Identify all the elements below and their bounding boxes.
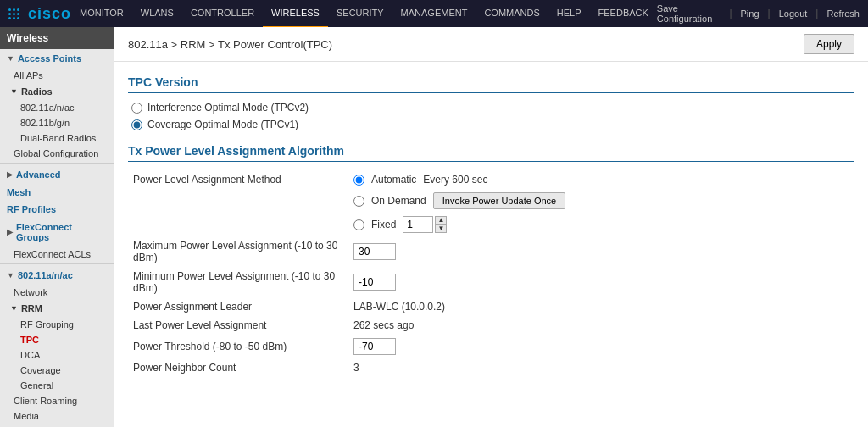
radio-automatic[interactable] bbox=[353, 175, 364, 186]
nav-monitor[interactable]: MONITOR bbox=[71, 0, 132, 28]
apply-button[interactable]: Apply bbox=[804, 34, 854, 54]
sidebar-section-flexconnect[interactable]: ▶ FlexConnect Groups bbox=[0, 218, 114, 247]
sidebar-item-80211anac[interactable]: 802.11a/n/ac bbox=[0, 100, 114, 115]
sidebar-section-advanced[interactable]: ▶ Advanced bbox=[0, 165, 114, 184]
sidebar-item-rf-profiles[interactable]: RF Profiles bbox=[0, 201, 114, 218]
tpc-version-radios: Interference Optimal Mode (TPCv2) Covera… bbox=[128, 102, 854, 130]
sidebar-item-coverage[interactable]: Coverage bbox=[0, 363, 114, 378]
nav-feedback[interactable]: FEEDBACK bbox=[590, 0, 657, 28]
sidebar-item-mesh[interactable]: Mesh bbox=[0, 184, 114, 201]
top-actions: Save Configuration | Ping | Logout | Ref… bbox=[657, 3, 860, 24]
invoke-power-update-button[interactable]: Invoke Power Update Once bbox=[433, 192, 566, 209]
table-row-leader: Power Assignment Leader LAB-WLC (10.0.0.… bbox=[128, 297, 854, 316]
leader-label: Power Assignment Leader bbox=[128, 297, 348, 316]
sidebar-item-network[interactable]: Network bbox=[0, 285, 114, 300]
sidebar-group-radios[interactable]: ▼ Radios bbox=[0, 83, 114, 100]
spinner-up[interactable]: ▲ bbox=[435, 216, 447, 225]
last-assignment-text: 262 secs ago bbox=[353, 319, 414, 331]
nav-commands[interactable]: COMMANDS bbox=[476, 0, 548, 28]
sidebar-item-edca[interactable]: EDCA Parameters bbox=[0, 424, 114, 427]
table-row-on-demand: On Demand Invoke Power Update Once bbox=[128, 189, 854, 213]
breadcrumb-bar: 802.11a > RRM > Tx Power Control(TPC) Ap… bbox=[114, 27, 868, 62]
sidebar-item-80211bgn[interactable]: 802.11b/g/n bbox=[0, 115, 114, 130]
nav-management[interactable]: MANAGEMENT bbox=[392, 0, 476, 28]
max-power-value bbox=[348, 236, 854, 267]
arrow-icon: ▼ bbox=[7, 271, 14, 280]
sidebar-item-all-aps[interactable]: All APs bbox=[0, 68, 114, 83]
tx-power-title: Tx Power Level Assignment Algorithm bbox=[128, 144, 854, 162]
table-row-neighbor-count: Power Neighbor Count 3 bbox=[128, 358, 854, 377]
table-row-last-assignment: Last Power Level Assignment 262 secs ago bbox=[128, 316, 854, 335]
table-row-min-power: Minimum Power Level Assignment (-10 to 3… bbox=[128, 267, 854, 297]
radio-on-demand[interactable] bbox=[353, 196, 364, 207]
sidebar-group-rrm[interactable]: ▼ RRM bbox=[0, 300, 114, 317]
tpc-radio-tpcv2: Interference Optimal Mode (TPCv2) bbox=[131, 102, 854, 114]
fixed-value-input[interactable] bbox=[403, 216, 433, 233]
max-power-input[interactable] bbox=[353, 243, 396, 260]
radio-tpcv1[interactable] bbox=[131, 119, 142, 130]
on-demand-controls: On Demand Invoke Power Update Once bbox=[348, 189, 854, 213]
radio-tpcv2[interactable] bbox=[131, 103, 142, 114]
refresh-link[interactable]: Refresh bbox=[826, 8, 860, 19]
breadcrumb: 802.11a > RRM > Tx Power Control(TPC) bbox=[128, 38, 332, 51]
tpcv1-label: Coverage Optimal Mode (TPCv1) bbox=[147, 119, 298, 130]
fixed-spinner: ▲ ▼ bbox=[403, 216, 447, 233]
fixed-controls: Fixed ▲ ▼ bbox=[348, 213, 854, 236]
divider bbox=[0, 263, 114, 264]
main-layout: Wireless ▼ Access Points All APs ▼ Radio… bbox=[0, 27, 868, 427]
threshold-input[interactable] bbox=[353, 338, 396, 355]
section-label: Access Points bbox=[18, 53, 81, 64]
logout-link[interactable]: Logout bbox=[779, 8, 808, 19]
save-configuration-link[interactable]: Save Configuration bbox=[657, 3, 721, 24]
min-power-value bbox=[348, 267, 854, 297]
sidebar-item-dca[interactable]: DCA bbox=[0, 347, 114, 363]
sidebar-item-client-roaming[interactable]: Client Roaming bbox=[0, 393, 114, 408]
min-power-label: Minimum Power Level Assignment (-10 to 3… bbox=[128, 267, 348, 297]
max-power-label: Maximum Power Level Assignment (-10 to 3… bbox=[128, 236, 348, 267]
empty-cell2 bbox=[128, 213, 348, 236]
sidebar-title: Wireless bbox=[0, 27, 114, 49]
spinner-down[interactable]: ▼ bbox=[435, 225, 447, 233]
sidebar-item-dual-band[interactable]: Dual-Band Radios bbox=[0, 130, 114, 146]
table-row-method: Power Level Assignment Method Automatic … bbox=[128, 170, 854, 189]
neighbor-count-label: Power Neighbor Count bbox=[128, 358, 348, 377]
sidebar-section-80211anac[interactable]: ▼ 802.11a/n/ac bbox=[0, 266, 114, 285]
nav-security[interactable]: SECURITY bbox=[328, 0, 392, 28]
top-nav: MONITOR WLANs CONTROLLER WIRELESS SECURI… bbox=[71, 0, 657, 28]
nav-controller[interactable]: CONTROLLER bbox=[182, 0, 263, 28]
sidebar-item-rf-grouping[interactable]: RF Grouping bbox=[0, 317, 114, 332]
table-row-fixed: Fixed ▲ ▼ bbox=[128, 213, 854, 236]
sidebar-item-tpc[interactable]: TPC bbox=[0, 332, 114, 347]
threshold-value bbox=[348, 335, 854, 358]
sidebar-item-media[interactable]: Media bbox=[0, 408, 114, 424]
sidebar-item-global-config[interactable]: Global Configuration bbox=[0, 146, 114, 161]
leader-text: LAB-WLC (10.0.0.2) bbox=[353, 301, 445, 313]
cisco-logo: cisco bbox=[8, 5, 71, 23]
flexconnect-label: FlexConnect Groups bbox=[16, 222, 107, 242]
sidebar-item-flexconnect-acls[interactable]: FlexConnect ACLs bbox=[0, 247, 114, 262]
leader-value: LAB-WLC (10.0.0.2) bbox=[348, 297, 854, 316]
tpc-version-title: TPC Version bbox=[128, 75, 854, 93]
sidebar-section-access-points[interactable]: ▼ Access Points bbox=[0, 49, 114, 68]
nav-wireless[interactable]: WIRELESS bbox=[263, 0, 328, 28]
cisco-dots bbox=[8, 8, 19, 19]
radio-fixed[interactable] bbox=[353, 219, 364, 230]
nav-wlans[interactable]: WLANs bbox=[132, 0, 182, 28]
tpc-radio-tpcv1: Coverage Optimal Mode (TPCv1) bbox=[131, 119, 854, 130]
advanced-label: Advanced bbox=[16, 169, 61, 180]
top-bar: cisco MONITOR WLANs CONTROLLER WIRELESS … bbox=[0, 0, 868, 27]
tpc-version-section: TPC Version Interference Optimal Mode (T… bbox=[114, 62, 868, 137]
threshold-label: Power Threshold (-80 to -50 dBm) bbox=[128, 335, 348, 358]
ping-link[interactable]: Ping bbox=[741, 8, 760, 19]
power-table: Power Level Assignment Method Automatic … bbox=[128, 170, 854, 377]
table-row-threshold: Power Threshold (-80 to -50 dBm) bbox=[128, 335, 854, 358]
min-power-input[interactable] bbox=[353, 274, 396, 291]
fixed-label: Fixed bbox=[371, 219, 396, 230]
sidebar-item-general[interactable]: General bbox=[0, 378, 114, 393]
arrow-icon: ▶ bbox=[7, 170, 13, 179]
on-demand-label: On Demand bbox=[371, 195, 426, 207]
nav-help[interactable]: HELP bbox=[548, 0, 590, 28]
radios-label: Radios bbox=[21, 86, 53, 97]
table-row-max-power: Maximum Power Level Assignment (-10 to 3… bbox=[128, 236, 854, 267]
last-assignment-label: Last Power Level Assignment bbox=[128, 316, 348, 335]
